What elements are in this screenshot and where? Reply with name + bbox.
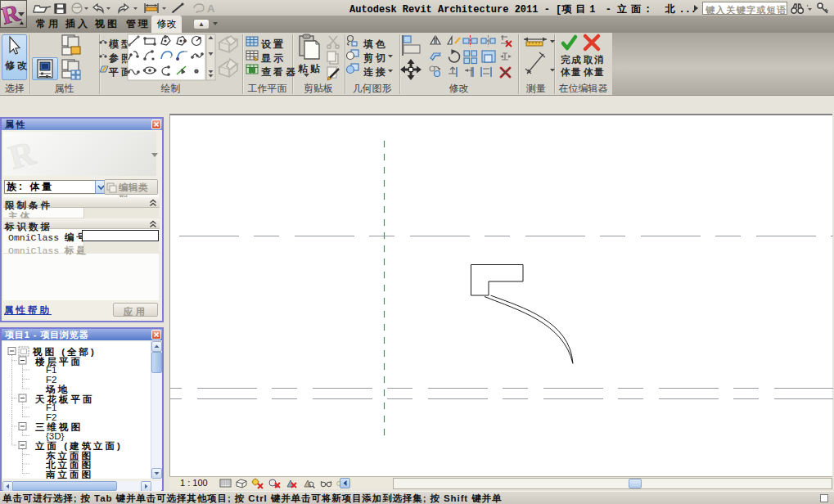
svg-text:A: A [207,2,215,15]
svg-text:R: R [5,133,39,174]
